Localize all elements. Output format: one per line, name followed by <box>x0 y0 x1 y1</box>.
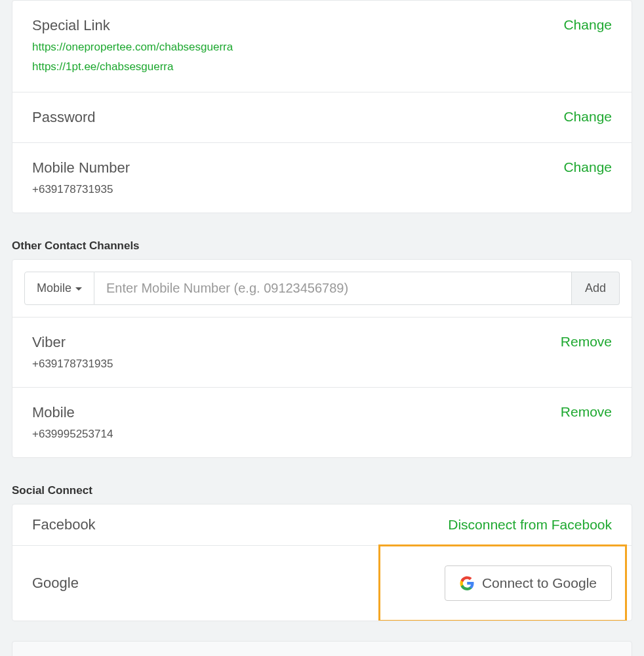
mobile-title: Mobile Number <box>32 159 563 176</box>
facebook-row: Facebook Disconnect from Facebook <box>12 504 632 546</box>
contact-input[interactable] <box>94 272 572 305</box>
other-contacts-card: Mobile Add Viber +639178731935 Remove Mo… <box>12 259 632 458</box>
caret-down-icon <box>75 287 82 291</box>
account-card: Special Link https://onepropertee.com/ch… <box>12 0 632 213</box>
mobile-change[interactable]: Change <box>563 159 612 175</box>
mobile-row: Mobile Number +639178731935 Change <box>12 143 632 213</box>
special-link-row: Special Link https://onepropertee.com/ch… <box>12 1 632 92</box>
mobile-contact-remove[interactable]: Remove <box>561 404 612 420</box>
password-change[interactable]: Change <box>563 109 612 125</box>
social-card: Facebook Disconnect from Facebook Google… <box>12 504 632 621</box>
viber-value: +639178731935 <box>32 358 561 371</box>
contact-type-label: Mobile <box>37 281 71 295</box>
viber-row: Viber +639178731935 Remove <box>12 318 632 388</box>
social-connect-heading: Social Connect <box>12 484 632 497</box>
other-contacts-heading: Other Contact Channels <box>12 239 632 253</box>
mobile-contact-value: +639995253714 <box>32 428 561 441</box>
google-title: Google <box>32 575 79 592</box>
password-title: Password <box>32 109 563 126</box>
google-button-label: Connect to Google <box>482 575 597 591</box>
special-link-change[interactable]: Change <box>563 17 612 33</box>
special-link-2[interactable]: https://1pt.ee/chabsesguerra <box>32 60 563 73</box>
viber-remove[interactable]: Remove <box>561 334 612 350</box>
special-link-1[interactable]: https://onepropertee.com/chabsesguerra <box>32 41 563 54</box>
password-row: Password Change <box>12 92 632 143</box>
mobile-value: +639178731935 <box>32 183 563 196</box>
facebook-title: Facebook <box>32 516 96 533</box>
connect-google-button[interactable]: Connect to Google <box>445 565 612 601</box>
google-row: Google Connect to Google <box>12 546 632 621</box>
mobile-contact-row: Mobile +639995253714 Remove <box>12 388 632 457</box>
add-contact-row: Mobile Add <box>12 260 632 318</box>
google-icon <box>460 576 474 590</box>
mobile-contact-title: Mobile <box>32 404 561 421</box>
add-contact-button[interactable]: Add <box>572 272 620 305</box>
logout-card: Log out <box>12 641 632 656</box>
facebook-disconnect[interactable]: Disconnect from Facebook <box>448 517 612 533</box>
viber-title: Viber <box>32 334 561 351</box>
contact-type-dropdown[interactable]: Mobile <box>24 272 94 305</box>
special-link-title: Special Link <box>32 17 563 34</box>
